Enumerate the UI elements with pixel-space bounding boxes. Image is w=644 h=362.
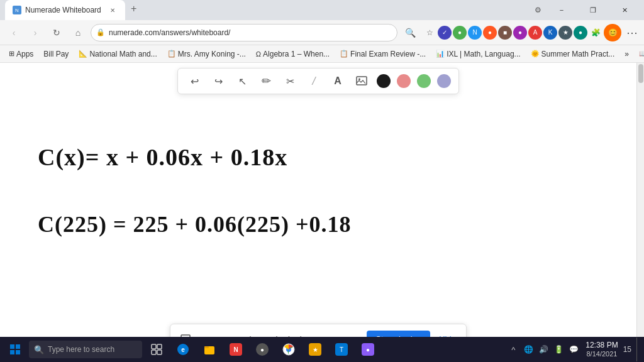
color-black-button[interactable] — [377, 74, 391, 88]
bookmark-national-math-label: National Math and... — [89, 50, 157, 58]
forward-button[interactable]: › — [26, 24, 44, 41]
window-controls: ⚙ − ❐ ✕ — [531, 0, 639, 20]
undo-button[interactable]: ↩ — [186, 72, 203, 90]
bookmark-national-math[interactable]: 📐 National Math and... — [75, 48, 160, 60]
tab-close-button[interactable]: ✕ — [108, 5, 118, 15]
bookmark-more-label: » — [625, 50, 629, 58]
svg-rect-8 — [16, 350, 20, 354]
browser-menu-icon[interactable]: ⋯ — [625, 26, 639, 40]
svg-rect-11 — [152, 350, 156, 354]
icon3[interactable]: N — [468, 26, 482, 40]
icon4[interactable]: ● — [483, 26, 497, 40]
color-purple-button[interactable] — [437, 74, 451, 88]
svg-rect-12 — [157, 350, 162, 354]
notification-icon[interactable]: 15 — [623, 345, 631, 354]
summer-math-icon: 🌞 — [531, 50, 540, 58]
restore-button[interactable]: ❐ — [579, 0, 608, 20]
icon6[interactable]: ● — [513, 26, 527, 40]
tab-favicon: N — [13, 6, 21, 14]
search-button[interactable]: 🔍 — [401, 24, 419, 41]
battery-icon[interactable]: 🔋 — [553, 344, 564, 355]
system-clock[interactable]: 12:38 PM 8/14/2021 — [586, 341, 618, 358]
taskbar-app5[interactable]: ● — [356, 337, 380, 361]
taskbar-edge[interactable]: e — [171, 337, 195, 361]
icon5[interactable]: ■ — [498, 26, 512, 40]
bookmark-summer-math[interactable]: 🌞 Summer Math Pract... — [527, 48, 619, 60]
scissors-tool-button[interactable]: ✂ — [281, 72, 299, 90]
browser-toolbar: ☆ ✓ ● N ● ■ ● A K ★ ● 🧩 😊 — [423, 24, 621, 41]
taskbar: 🔍 Type here to search e N ● — [0, 337, 644, 362]
bookmark-apps[interactable]: ⊞ Apps — [5, 48, 37, 60]
tray-icon-1[interactable]: ^ — [508, 344, 519, 355]
icon7[interactable]: A — [528, 26, 542, 40]
taskbar-explorer[interactable] — [197, 337, 221, 361]
bookmarks-bar: ⊞ Apps Bill Pay 📐 National Math and... 📋… — [0, 45, 644, 63]
close-button[interactable]: ✕ — [610, 0, 639, 20]
taskbar-app3[interactable]: ★ — [303, 337, 327, 361]
text-tool-button[interactable]: A — [329, 72, 347, 90]
math-line-2: C(225) = 225 + 0.06(225) +0.18 — [38, 207, 352, 243]
taskbar-app2[interactable]: ● — [250, 337, 274, 361]
bookmark-algebra[interactable]: Ω Algebra 1 – When... — [252, 48, 333, 60]
bookmark-final-exam[interactable]: 📋 Final Exam Review -... — [336, 48, 430, 60]
refresh-button[interactable]: ↻ — [48, 24, 65, 41]
profile-button[interactable]: 😊 — [604, 24, 621, 41]
highlighter-tool-button[interactable]: / — [305, 72, 323, 90]
apps-icon: ⊞ — [9, 50, 14, 58]
bookmark-algebra-label: Algebra 1 – When... — [263, 50, 330, 58]
svg-rect-10 — [157, 344, 162, 349]
scrollbar-thumb[interactable] — [638, 64, 643, 83]
active-tab[interactable]: N Numerade Whiteboard ✕ — [5, 0, 125, 20]
taskbar-chrome[interactable] — [277, 337, 301, 361]
browser-settings-icon[interactable]: ⚙ — [531, 3, 545, 17]
bookmark-billpay[interactable]: Bill Pay — [40, 48, 72, 60]
address-bar: ‹ › ↻ ⌂ 🔒 numerade.com/answers/whiteboar… — [0, 20, 644, 45]
clock-date: 8/14/2021 — [586, 350, 617, 358]
select-tool-button[interactable]: ↖ — [233, 72, 251, 90]
bookmark-reading-list[interactable]: 📖 Reading list — [635, 48, 644, 60]
ixl-icon: 📊 — [436, 50, 445, 58]
pencil-tool-button[interactable]: ✏ — [257, 72, 275, 90]
bookmark-summer-math-label: Summer Math Pract... — [541, 50, 615, 58]
show-desktop-button[interactable] — [636, 337, 640, 361]
whiteboard[interactable]: ↩ ↪ ↖ ✏ ✂ / A — [0, 63, 636, 362]
scrollbar[interactable] — [636, 63, 644, 362]
task-view-button[interactable] — [145, 337, 169, 361]
bookmark-more[interactable]: » — [621, 48, 633, 60]
taskbar-app1[interactable]: N — [224, 337, 248, 361]
title-bar: N Numerade Whiteboard ✕ + ⚙ − ❐ ✕ — [0, 0, 644, 20]
math-line-1: C(x)= x + 0.06x + 0.18x — [38, 138, 352, 177]
color-pink-button[interactable] — [397, 74, 411, 88]
icon9[interactable]: ★ — [558, 26, 572, 40]
color-green-button[interactable] — [417, 74, 431, 88]
icon10[interactable]: ● — [574, 26, 587, 40]
svg-rect-9 — [152, 344, 156, 349]
network-icon[interactable]: 🌐 — [523, 344, 534, 355]
favorites-icon[interactable]: ☆ — [423, 26, 436, 40]
final-exam-icon: 📋 — [340, 50, 348, 58]
redo-button[interactable]: ↪ — [209, 72, 227, 90]
home-button[interactable]: ⌂ — [69, 24, 87, 41]
icon1[interactable]: ✓ — [438, 26, 452, 40]
bookmark-ixl[interactable]: 📊 IXL | Math, Languag... — [432, 48, 524, 60]
reading-list-icon: 📖 — [639, 50, 644, 58]
svg-point-1 — [358, 79, 360, 80]
icon2[interactable]: ● — [453, 26, 467, 40]
url-bar[interactable]: 🔒 numerade.com/answers/whiteboard/ — [91, 24, 397, 41]
bookmark-billpay-label: Bill Pay — [43, 50, 69, 58]
bookmark-amy-koning[interactable]: 📋 Mrs. Amy Koning -... — [164, 48, 250, 60]
new-tab-button[interactable]: + — [125, 0, 143, 18]
back-button[interactable]: ‹ — [5, 24, 23, 41]
math-content: C(x)= x + 0.06x + 0.18x C(225) = 225 + 0… — [38, 138, 352, 243]
start-button[interactable] — [4, 338, 26, 361]
image-tool-button[interactable] — [353, 72, 370, 90]
icon8[interactable]: K — [543, 26, 557, 40]
speaker-icon[interactable]: 🔊 — [538, 344, 549, 355]
minimize-button[interactable]: − — [547, 0, 576, 20]
taskbar-app4[interactable]: T — [330, 337, 353, 361]
algebra-icon: Ω — [256, 50, 261, 58]
bookmark-ixl-label: IXL | Math, Languag... — [447, 50, 520, 58]
extensions-icon[interactable]: 🧩 — [589, 26, 602, 40]
taskbar-search[interactable]: 🔍 Type here to search — [29, 341, 142, 358]
chat-icon[interactable]: 💬 — [568, 344, 579, 355]
